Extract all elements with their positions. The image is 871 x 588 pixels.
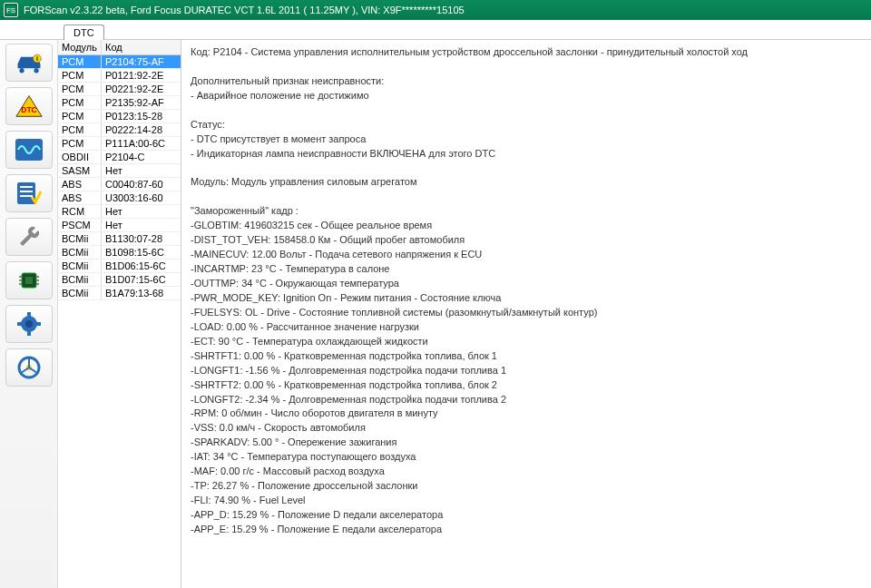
- dtc-row[interactable]: PCMP111A:00-6C: [58, 137, 181, 151]
- dtc-module-cell: PCM: [58, 83, 102, 95]
- dtc-module-cell: SASM: [58, 164, 102, 177]
- dtc-row[interactable]: BCMiiB1130:07-28: [58, 232, 181, 246]
- dtc-row[interactable]: PSCMНет: [58, 219, 181, 232]
- dtc-module-cell: PCM: [58, 69, 102, 82]
- window-titlebar: FS FORScan v2.3.22 beta, Ford Focus DURA…: [0, 0, 871, 20]
- dtc-row[interactable]: BCMiiB1098:15-6C: [58, 246, 181, 260]
- dtc-code-cell: P0123:15-28: [102, 110, 181, 122]
- chip-icon: [15, 268, 44, 293]
- dtc-row[interactable]: ABSU3003:16-60: [58, 191, 181, 205]
- dtc-row[interactable]: PCMP0121:92-2E: [58, 69, 181, 83]
- dtc-triangle-icon: DTC: [15, 93, 44, 119]
- svg-point-20: [25, 320, 33, 328]
- detail-additional-item: - Аварийное положение не достижимо: [191, 89, 862, 103]
- svg-rect-9: [20, 191, 33, 192]
- freeze-frame-param: -LOAD: 0.00 % - Рассчитанное значение на…: [191, 320, 862, 335]
- dtc-module-cell: PCM: [58, 55, 102, 68]
- dtc-row[interactable]: RCMНет: [58, 205, 181, 219]
- dtc-module-cell: PCM: [58, 96, 102, 109]
- freeze-frame-param: -GLOBTIM: 419603215 сек - Общее реальное…: [191, 219, 862, 233]
- freeze-frame-param: -FUELSYS: OL - Drive - Состояние топливн…: [191, 306, 862, 320]
- freeze-frame-param: -RPM: 0 об/мин - Число оборотов двигател…: [191, 407, 862, 421]
- dtc-code-cell: P0121:92-2E: [102, 69, 181, 82]
- freeze-frame-param: -SHRTFT2: 0.00 % - Кратковременная подст…: [191, 378, 862, 393]
- freeze-frame-param: -SPARKADV: 5.00 ° - Опережение зажигания: [191, 436, 862, 450]
- dtc-module-cell: ABS: [58, 178, 102, 191]
- freeze-frame-param: -VSS: 0.0 км/ч - Скорость автомобиля: [191, 421, 862, 436]
- sidebar-vehicle-button[interactable]: i: [5, 44, 53, 82]
- gear-icon: [15, 311, 44, 337]
- svg-rect-8: [20, 186, 33, 188]
- steering-wheel-icon: [15, 355, 44, 380]
- dtc-code-cell: Нет: [102, 164, 181, 177]
- detail-freeze-label: "Замороженный" кадр :: [191, 204, 862, 219]
- sidebar-service-button[interactable]: [5, 218, 53, 256]
- dtc-code-cell: Нет: [102, 219, 181, 231]
- svg-rect-24: [36, 322, 41, 326]
- dtc-module-cell: ABS: [58, 191, 102, 204]
- dtc-row[interactable]: SASMНет: [58, 164, 181, 178]
- dtc-module-cell: RCM: [58, 205, 102, 218]
- sidebar-settings-button[interactable]: [5, 305, 53, 343]
- dtc-row[interactable]: BCMiiB1A79:13-68: [58, 287, 181, 300]
- sidebar-oscilloscope-button[interactable]: [5, 131, 53, 169]
- sidebar-tests-button[interactable]: [5, 174, 53, 212]
- freeze-frame-param: -ECT: 90 °C - Температура охлаждающей жи…: [191, 335, 862, 349]
- dtc-code-cell: B1A79:13-68: [102, 287, 181, 299]
- checklist-icon: [15, 181, 44, 206]
- freeze-frame-param: -MAINECUV: 12.00 Вольт - Подача сетевого…: [191, 248, 862, 262]
- svg-text:DTC: DTC: [21, 105, 36, 114]
- car-info-icon: i: [15, 50, 44, 75]
- dtc-code-cell: B1098:15-6C: [102, 246, 181, 259]
- dtc-row[interactable]: PCMP2135:92-AF: [58, 96, 181, 110]
- dtc-code-cell: P0221:92-2E: [102, 83, 181, 95]
- tab-row: DTC: [0, 20, 871, 40]
- dtc-code-cell: P2104:75-AF: [102, 55, 181, 68]
- header-module[interactable]: Модуль: [58, 40, 102, 54]
- dtc-row[interactable]: BCMiiB1D07:15-6C: [58, 273, 181, 287]
- dtc-row[interactable]: BCMiiB1D06:15-6C: [58, 260, 181, 273]
- dtc-row[interactable]: PCMP2104:75-AF: [58, 55, 181, 69]
- dtc-module-cell: OBDII: [58, 151, 102, 163]
- svg-text:FS: FS: [6, 6, 15, 15]
- freeze-frame-param: -FLI: 74.90 % - Fuel Level: [191, 494, 862, 508]
- sidebar: i DTC: [0, 40, 58, 588]
- dtc-row[interactable]: OBDIIP2104-C: [58, 151, 181, 164]
- dtc-table-header: Модуль Код: [58, 40, 181, 55]
- sidebar-steering-button[interactable]: [5, 348, 53, 387]
- window-title: FORScan v2.3.22 beta, Ford Focus DURATEC…: [24, 5, 465, 15]
- freeze-frame-param: -LONGFT1: -1.56 % - Долговременная подст…: [191, 364, 862, 378]
- dtc-row[interactable]: PCMP0222:14-28: [58, 123, 181, 137]
- freeze-frame-param: -APP_D: 15.29 % - Положение D педали акс…: [191, 508, 862, 523]
- dtc-code-cell: Нет: [102, 205, 181, 218]
- detail-code-line: Код: P2104 - Система управления исполнит…: [191, 45, 862, 60]
- dtc-code-cell: U3003:16-60: [102, 191, 181, 204]
- svg-text:i: i: [35, 55, 37, 63]
- sidebar-dtc-button[interactable]: DTC: [5, 87, 53, 125]
- dtc-row[interactable]: PCMP0221:92-2E: [58, 83, 181, 96]
- dtc-module-cell: PCM: [58, 137, 102, 150]
- dtc-code-cell: P2104-C: [102, 151, 181, 163]
- sidebar-chip-button[interactable]: [5, 261, 53, 299]
- detail-additional-label: Дополнительный признак неисправности:: [191, 74, 862, 89]
- tab-dtc[interactable]: DTC: [64, 24, 104, 40]
- svg-rect-10: [20, 195, 33, 197]
- wrench-icon: [15, 224, 44, 250]
- dtc-table: Модуль Код PCMP2104:75-AFPCMP0121:92-2EP…: [58, 40, 181, 588]
- detail-status-item: - Индикаторная лампа неисправности ВКЛЮЧ…: [191, 147, 862, 162]
- svg-rect-7: [17, 182, 35, 204]
- header-code[interactable]: Код: [102, 40, 181, 54]
- dtc-module-cell: PSCM: [58, 219, 102, 231]
- dtc-row[interactable]: ABSC0040:87-60: [58, 178, 181, 191]
- svg-rect-23: [17, 322, 22, 326]
- svg-rect-21: [27, 312, 31, 317]
- dtc-code-cell: B1130:07-28: [102, 232, 181, 245]
- dtc-detail-panel: Код: P2104 - Система управления исполнит…: [181, 40, 871, 588]
- dtc-code-cell: C0040:87-60: [102, 178, 181, 191]
- svg-rect-22: [27, 331, 31, 336]
- dtc-module-cell: BCMii: [58, 246, 102, 259]
- freeze-frame-param: -INCARTMP: 23 °C - Температура в салоне: [191, 262, 862, 277]
- detail-module-line: Модуль: Модуль управления силовым агрега…: [191, 175, 862, 190]
- dtc-row[interactable]: PCMP0123:15-28: [58, 110, 181, 123]
- freeze-frame-param: -APP_E: 15.29 % - Положение E педали акс…: [191, 523, 862, 537]
